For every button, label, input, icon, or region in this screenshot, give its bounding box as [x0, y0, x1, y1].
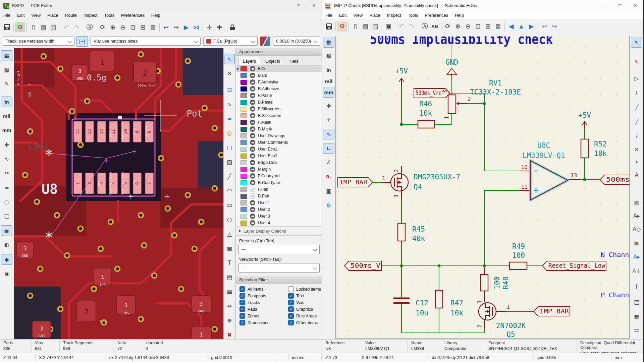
- properties-button[interactable]: ⚙: [323, 200, 334, 211]
- page-settings-button[interactable]: ▯: [350, 21, 360, 32]
- layer-color-swatch[interactable]: [240, 120, 247, 125]
- netclass-directive-button[interactable]: A◇: [631, 224, 642, 235]
- hv-wires-button[interactable]: ∟: [323, 143, 334, 154]
- select-tool-button[interactable]: ↖: [631, 37, 642, 48]
- menu-help[interactable]: Help: [148, 12, 164, 19]
- select-tool-button[interactable]: ↖: [224, 54, 235, 64]
- origin-box-button[interactable]: ✚: [214, 22, 224, 32]
- add-textbox-button[interactable]: ▤: [631, 297, 642, 307]
- visibility-eye-icon[interactable]: [250, 180, 255, 185]
- print-button[interactable]: ▤: [38, 22, 48, 32]
- checkbox-checked[interactable]: ✓: [239, 320, 245, 325]
- add-text-button[interactable]: T: [631, 282, 642, 292]
- crosshair-button[interactable]: +: [323, 114, 334, 125]
- nav-forward-button[interactable]: ▶: [526, 21, 536, 32]
- layer-row-b.mask[interactable]: B.Mask: [236, 126, 322, 132]
- checkbox-checked[interactable]: ✓: [239, 293, 245, 299]
- unit-mil-button[interactable]: mil: [323, 76, 334, 86]
- zoom-page-button[interactable]: ⊡: [128, 22, 138, 32]
- grid-style-button[interactable]: ▩: [1, 64, 12, 75]
- zoom-in-button[interactable]: ⊕: [108, 22, 118, 32]
- hier-label-button[interactable]: A▸: [631, 210, 642, 221]
- sch-titlebar[interactable]: IMP_P Check [BSPD/Implausibility_Plausib…: [322, 0, 643, 11]
- visibility-off-icon[interactable]: [250, 187, 255, 192]
- menu-view[interactable]: View: [28, 12, 44, 19]
- sheet-settings-button[interactable]: ⚙: [337, 21, 347, 32]
- layer-color-swatch[interactable]: [240, 107, 247, 112]
- visibility-eye-icon[interactable]: [250, 133, 255, 138]
- zoom-out-button[interactable]: ⊖: [118, 22, 128, 32]
- local-ratsnest-button[interactable]: ✖: [1, 269, 12, 280]
- page-settings-button[interactable]: ▯: [28, 22, 38, 32]
- add-via-button[interactable]: ◎: [224, 128, 235, 138]
- viewports-select[interactable]: ---: [238, 263, 320, 273]
- nav-up-button[interactable]: ▲: [516, 21, 526, 32]
- layer-row-f.fab[interactable]: F.Fab: [236, 186, 322, 193]
- menu-tools[interactable]: Tools: [101, 12, 117, 19]
- add-table-button[interactable]: ▦: [631, 311, 642, 322]
- visibility-off-icon[interactable]: [250, 193, 255, 199]
- via-display-button[interactable]: ◌: [1, 196, 12, 207]
- visibility-eye-icon[interactable]: [250, 79, 255, 85]
- filter-rule-areas[interactable]: ✓Rule Areas: [288, 313, 322, 319]
- flip-view-button[interactable]: ◆: [1, 254, 12, 265]
- visibility-eye-icon[interactable]: [250, 160, 255, 165]
- set-origin-button[interactable]: ⊕: [224, 315, 235, 326]
- ratsnest-visibility-button[interactable]: ∿: [1, 154, 12, 164]
- track-display-button[interactable]: ≈: [1, 182, 12, 193]
- draw-polygon-button[interactable]: △: [224, 229, 235, 239]
- zoom-fit-objects-button[interactable]: ⊞: [138, 22, 148, 32]
- visibility-eye-icon[interactable]: [250, 200, 255, 205]
- layer-row-f.cu[interactable]: ▶F.Cu: [236, 65, 322, 72]
- add-zone-button[interactable]: ▢: [224, 142, 235, 153]
- redo-view-button[interactable]: ↪: [549, 21, 559, 32]
- visibility-eye-icon[interactable]: [250, 126, 255, 132]
- minimize-button[interactable]: —: [275, 0, 291, 11]
- unit-mm-button[interactable]: mm: [323, 87, 334, 98]
- zone-fill-button[interactable]: ▣: [1, 225, 12, 236]
- checkbox-checked[interactable]: ✓: [239, 313, 245, 319]
- save-button[interactable]: [324, 21, 334, 32]
- grid-overrides-button[interactable]: ▩: [323, 50, 334, 61]
- close-button[interactable]: ✕: [628, 0, 643, 11]
- hierarchy-button[interactable]: ▣: [323, 186, 334, 196]
- layer-row-f.paste[interactable]: F.Paste: [236, 92, 322, 99]
- add-power-button[interactable]: ⊥: [631, 88, 642, 99]
- zoom-out-button[interactable]: ⊖: [463, 21, 473, 32]
- layer-row-user.eco2[interactable]: User.Eco2: [236, 153, 322, 159]
- menu-place[interactable]: Place: [366, 12, 384, 19]
- visibility-eye-icon[interactable]: [250, 66, 255, 71]
- sheet-pin-button[interactable]: A↓: [631, 265, 642, 276]
- global-label-button[interactable]: A▸: [631, 251, 642, 262]
- track-width-auto-button[interactable]: |=|: [76, 36, 88, 47]
- layer-select[interactable]: F.Cu (PgUp): [203, 37, 258, 46]
- minimize-button[interactable]: —: [597, 0, 612, 11]
- visibility-eye-icon[interactable]: [250, 100, 255, 105]
- route-tracks-button[interactable]: ∿: [224, 99, 235, 110]
- checkbox-checked[interactable]: ✓: [288, 313, 294, 319]
- grid-dots-button[interactable]: ▦: [1, 50, 12, 61]
- filter-all-items[interactable]: ✓All items: [239, 286, 288, 292]
- draw-line-button[interactable]: ╱: [224, 171, 235, 182]
- add-bus-entry-button[interactable]: /: [631, 131, 642, 141]
- filter-locked-items[interactable]: Locked items: [288, 286, 322, 292]
- layer-pair-icon[interactable]: [260, 37, 270, 46]
- layer-color-swatch[interactable]: [240, 174, 247, 179]
- layer-color-swatch[interactable]: [240, 140, 247, 145]
- layer-color-swatch[interactable]: [240, 167, 247, 172]
- draw-rectangle-button[interactable]: ▭: [631, 324, 642, 335]
- tab-nets[interactable]: Nets: [285, 57, 303, 65]
- menu-view[interactable]: View: [350, 12, 366, 19]
- layer-color-swatch[interactable]: [240, 73, 247, 78]
- grid-dots-button[interactable]: ▦: [323, 37, 334, 48]
- cursor-shape-button[interactable]: ✚: [1, 139, 12, 150]
- redo-view-button[interactable]: ↪: [171, 22, 181, 32]
- layer-color-swatch[interactable]: [240, 66, 247, 71]
- menu-route[interactable]: Route: [62, 12, 80, 19]
- refresh-button[interactable]: ⟳: [98, 22, 108, 32]
- layer-color-swatch[interactable]: [240, 194, 247, 199]
- layer-row-f.silkscreen[interactable]: F.Silkscreen: [236, 106, 322, 112]
- zone-display-button[interactable]: ▢: [1, 210, 12, 221]
- layer-color-swatch[interactable]: [240, 113, 247, 118]
- filter-other-items[interactable]: ✓Other items: [288, 320, 322, 325]
